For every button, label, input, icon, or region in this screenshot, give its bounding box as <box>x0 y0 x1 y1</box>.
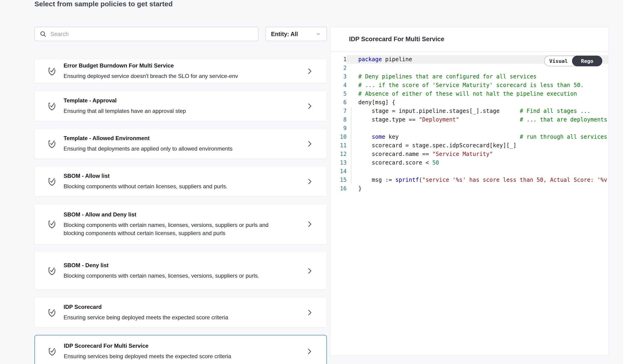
code-line: 4# ... if the score of 'Service Maturity… <box>330 81 608 90</box>
policy-list-item[interactable]: IDP Scorecard Ensuring service being dep… <box>34 297 327 328</box>
shield-check-icon <box>47 176 57 187</box>
toggle-option-rego[interactable]: Rego <box>572 56 602 66</box>
panel-header: IDP Scorecard For Multi Service <box>330 27 608 52</box>
policy-list-item[interactable]: IDP Scorecard For Multi Service Ensuring… <box>34 335 327 364</box>
code-line: 3# Deny pipelines that are configured fo… <box>330 72 608 81</box>
policy-description: Ensuring deployed service doesn't breach… <box>64 72 238 80</box>
policy-description: Blocking components with certain names, … <box>64 272 259 280</box>
policy-list[interactable]: Error Budget Burndown For Multi Service … <box>34 59 327 364</box>
list-toolbar: Entity: All <box>34 27 327 41</box>
code-line: 12 scorecard.name == "Service Maturity" <box>330 150 608 158</box>
chevron-right-icon <box>306 67 313 75</box>
policy-detail-panel: IDP Scorecard For Multi Service Visual R… <box>330 27 609 356</box>
page-title: Select from sample policies to get start… <box>34 0 173 8</box>
policy-list-item[interactable]: SBOM - Allow and Deny list Blocking comp… <box>34 204 327 244</box>
policy-title: Error Budget Burndown For Multi Service <box>64 62 238 69</box>
chevron-down-icon <box>315 31 321 37</box>
policy-description: Blocking components with certain names, … <box>64 221 280 237</box>
shield-check-icon <box>47 138 57 150</box>
policy-title: SBOM - Deny list <box>64 262 259 269</box>
indent-guide <box>351 107 351 183</box>
policy-title: SBOM - Allow list <box>64 173 227 179</box>
entity-filter-dropdown[interactable]: Entity: All <box>266 27 327 41</box>
policy-list-item[interactable]: Template - Approval Ensuring that all te… <box>34 91 327 121</box>
search-input[interactable] <box>50 31 253 38</box>
policy-description: Blocking components without certain lice… <box>64 182 227 190</box>
chevron-right-icon <box>306 102 313 110</box>
chevron-right-icon <box>306 140 313 148</box>
toggle-option-visual[interactable]: Visual <box>545 56 573 66</box>
policy-list-item[interactable]: Error Budget Burndown For Multi Service … <box>34 59 327 84</box>
code-line: 16} <box>330 184 608 193</box>
shield-check-icon <box>47 218 57 230</box>
policy-description: Ensuring services being deployed meets t… <box>64 352 231 360</box>
policy-title: SBOM - Allow and Deny list <box>64 211 280 218</box>
shield-check-icon <box>47 307 57 318</box>
code-line: 13 scorecard.score < 50 <box>330 158 608 167</box>
policy-description: Ensuring that all templates have an appr… <box>64 107 186 115</box>
policy-picker-column: Entity: All Error Budget Burndown For Mu… <box>34 27 327 364</box>
panel-title: IDP Scorecard For Multi Service <box>349 36 444 43</box>
shield-check-icon <box>47 66 57 77</box>
code-line: 6deny[msg] { <box>330 98 608 107</box>
shield-check-icon <box>47 265 57 277</box>
search-box[interactable] <box>34 27 258 41</box>
code-line: 11 scorecard = stage.spec.idpScorecard[k… <box>330 141 608 150</box>
policy-list-item[interactable]: SBOM - Deny list Blocking components wit… <box>34 252 327 290</box>
code-line: 5# Absence of either of these will not h… <box>330 90 608 98</box>
policy-list-item[interactable]: Template - Allowed Environment Ensuring … <box>34 128 327 159</box>
code-line: 15 msg := sprintf("service '%s' has scor… <box>330 176 608 184</box>
policy-list-item[interactable]: SBOM - Allow list Blocking components wi… <box>34 166 327 197</box>
shield-check-icon <box>47 346 57 357</box>
chevron-right-icon <box>306 309 313 317</box>
chevron-right-icon <box>306 347 313 355</box>
policy-title: Template - Approval <box>64 97 186 104</box>
code-editor[interactable]: Visual Rego 1package pipeline23# Deny pi… <box>330 52 608 355</box>
policy-description: Ensuring that deployments are applied on… <box>64 145 233 153</box>
chevron-right-icon <box>306 178 313 186</box>
policy-title: Template - Allowed Environment <box>64 135 233 142</box>
policy-description: Ensuring service being deployed meets th… <box>64 313 228 321</box>
chevron-right-icon <box>306 267 313 275</box>
code-line: 7 stage = input.pipeline.stages[_].stage… <box>330 107 608 115</box>
entity-filter-label: Entity: All <box>271 31 298 38</box>
code-line: 10 some key # run through all services <box>330 133 608 141</box>
code-editor-lines: 1package pipeline23# Deny pipelines that… <box>330 55 608 193</box>
code-line: 8 stage.type == "Deployment" # ... that … <box>330 115 608 124</box>
policy-title: IDP Scorecard <box>64 304 228 310</box>
code-line: 9 <box>330 124 608 133</box>
policy-title: IDP Scorecard For Multi Service <box>64 343 231 349</box>
chevron-right-icon <box>306 220 313 228</box>
code-line: 14 <box>330 167 608 176</box>
search-icon <box>40 30 46 38</box>
shield-check-icon <box>47 101 57 112</box>
view-toggle: Visual Rego <box>544 56 602 66</box>
